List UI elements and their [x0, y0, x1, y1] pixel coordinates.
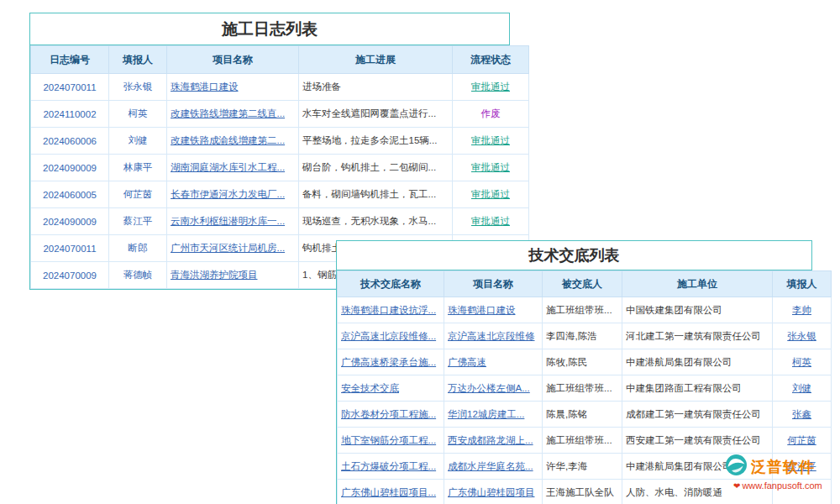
- table-cell: 蒋德帧: [109, 262, 167, 289]
- cell-filler[interactable]: 李帅: [792, 305, 811, 315]
- table-cell: 张鑫: [773, 402, 832, 428]
- cell-name[interactable]: 防水卷材分项工程施...: [341, 409, 436, 419]
- cell-unit: 成都建工第一建筑有限责任公司: [626, 409, 761, 419]
- cell-briefed: 李四海,陈浩: [546, 331, 597, 341]
- table-cell: 万达办公楼左侧A...: [444, 375, 543, 402]
- cell-status[interactable]: 审批通过: [471, 81, 510, 92]
- cell-project[interactable]: 珠海鹤港口建设: [448, 305, 516, 315]
- cell-name[interactable]: 广佛高速桥梁承台施...: [341, 357, 436, 367]
- table-cell: 京沪高速北京段维修: [444, 323, 543, 349]
- cell-project[interactable]: 珠海鹤港口建设: [171, 81, 239, 92]
- cell-name[interactable]: 京沪高速北京段维修...: [341, 331, 436, 341]
- table-cell: 2024060006: [31, 128, 109, 155]
- cell-briefed: 许华,李海: [546, 461, 587, 471]
- cell-unit: 河北建工第一建筑有限责任公司: [626, 331, 761, 341]
- cell-project[interactable]: 京沪高速北京段维修: [448, 331, 535, 341]
- column-header-progress: 施工进展: [299, 46, 453, 74]
- cell-progress: 砌台阶，钩机排土，二包砌间...: [302, 162, 436, 172]
- table-cell: 2024090009: [31, 208, 109, 235]
- cell-id: 2024090009: [43, 163, 97, 173]
- cell-filler[interactable]: 张鑫: [792, 409, 811, 419]
- table-row: 京沪高速北京段维修...京沪高速北京段维修李四海,陈浩河北建工第一建筑有限责任公…: [338, 323, 832, 349]
- cell-project[interactable]: 广州市天河区统计局机房...: [171, 243, 285, 253]
- table-cell: 何芷茵: [109, 181, 167, 208]
- table-cell: 2024090009: [31, 155, 109, 181]
- cell-project[interactable]: 改建铁路线增建第二线直...: [171, 108, 285, 118]
- table-cell: 长春市伊通河水力发电厂...: [167, 181, 299, 208]
- cell-project[interactable]: 青海洪湖养护院项目: [171, 270, 258, 280]
- table-row: 广佛高速桥梁承台施...广佛高速陈牧,陈民中建港航局集团有限公司柯英: [338, 349, 832, 375]
- fanpu-logo: 泛普软件 ❤ www.fanpusoft.com: [725, 454, 836, 491]
- table-cell: 砌台阶，钩机排土，二包砌间...: [299, 155, 453, 181]
- table-cell: 施工班组带班...: [543, 297, 622, 323]
- cell-reporter: 张永银: [123, 81, 153, 92]
- table-cell: 陈晨,陈铭: [543, 402, 622, 428]
- table-cell: 中建集团路面工程有限公司: [622, 375, 773, 402]
- cell-project[interactable]: 华润12城房建工...: [448, 409, 524, 419]
- cell-name[interactable]: 广东佛山碧桂园项目...: [341, 487, 436, 497]
- cell-project[interactable]: 湖南洞庭湖水库引水工程...: [171, 162, 285, 172]
- cell-project[interactable]: 长春市伊通河水力发电厂...: [171, 189, 285, 199]
- table-cell: 改建铁路成渝线增建第二...: [167, 128, 299, 155]
- column-header-reporter: 填报人: [109, 46, 167, 74]
- cell-project[interactable]: 云南水利枢纽潜明水库一...: [171, 216, 285, 226]
- cell-progress: 进场准备: [302, 81, 341, 92]
- table-cell: 施工班组带班...: [543, 375, 622, 402]
- cell-reporter: 断郎: [129, 243, 148, 253]
- cell-id: 2024060006: [43, 136, 97, 146]
- table-cell: 珠海鹤港口建设: [444, 297, 543, 323]
- cell-status[interactable]: 审批通过: [471, 135, 510, 145]
- cell-name[interactable]: 地下室钢筋分项工程...: [341, 435, 436, 445]
- cell-project[interactable]: 改建铁路成渝线增建第二...: [171, 135, 285, 145]
- fanpu-logo-top: 泛普软件: [725, 454, 836, 480]
- table-cell: 林康平: [109, 155, 167, 181]
- cell-filler[interactable]: 刘健: [792, 383, 811, 393]
- cell-briefed: 王海施工队全队: [546, 487, 614, 497]
- cell-unit: 中建港航局集团有限公司: [626, 357, 732, 367]
- table-cell: 中国铁建集团有限公司: [622, 297, 773, 323]
- cell-project[interactable]: 广东佛山碧桂园项目: [448, 487, 535, 497]
- column-header-project: 项目名称: [167, 46, 299, 74]
- cell-briefed: 陈牧,陈民: [546, 357, 587, 367]
- table-cell: 备料，砌间墙钩机排土，瓦工...: [299, 181, 453, 208]
- cell-filler[interactable]: 柯英: [792, 357, 811, 367]
- cell-reporter: 何芷茵: [123, 189, 153, 199]
- cell-unit: 中国铁建集团有限公司: [626, 305, 722, 315]
- cell-status[interactable]: 审批通过: [471, 189, 510, 199]
- cell-status[interactable]: 作废: [481, 108, 501, 118]
- cell-project[interactable]: 万达办公楼左侧A...: [448, 383, 530, 393]
- cell-project[interactable]: 广佛高速: [448, 357, 486, 367]
- cell-status[interactable]: 审批通过: [471, 216, 510, 226]
- table-row: 2024070011张永银珠海鹤港口建设进场准备审批通过: [31, 74, 529, 101]
- cell-project[interactable]: 西安成都路龙湖上...: [448, 435, 533, 445]
- cell-filler[interactable]: 何芷茵: [787, 435, 816, 445]
- column-header-name: 技术交底名称: [338, 271, 444, 297]
- header-row: 日志编号填报人项目名称施工进展流程状态: [31, 46, 529, 74]
- table-cell: 安全技术交底: [338, 375, 444, 402]
- logo-url-row[interactable]: ❤ www.fanpusoft.com: [725, 480, 836, 491]
- logo-url[interactable]: www.fanpusoft.com: [742, 480, 822, 491]
- table-cell: 京沪高速北京段维修...: [338, 323, 444, 349]
- table-cell: 张永银: [773, 323, 832, 349]
- cell-filler[interactable]: 张永银: [787, 331, 816, 341]
- cell-progress: 现场巡查，无积水现象，水马...: [302, 216, 436, 226]
- cell-project[interactable]: 成都水岸华庭名苑...: [448, 461, 533, 471]
- table-row: 2024090009蔡江平云南水利枢纽潜明水库一...现场巡查，无积水现象，水马…: [31, 208, 529, 235]
- table-cell: 2024070011: [31, 235, 109, 262]
- cell-name[interactable]: 安全技术交底: [341, 383, 399, 393]
- table-cell: 广东佛山碧桂园项目: [444, 480, 543, 504]
- table-cell: 陈牧,陈民: [543, 349, 622, 375]
- cell-name[interactable]: 土石方爆破分项工程...: [341, 461, 436, 471]
- cell-name[interactable]: 珠海鹤港口建设抗浮...: [341, 305, 436, 315]
- table-cell: 刘健: [773, 375, 832, 402]
- table-row: 2024060006刘健改建铁路成渝线增建第二...平整场地，拉走多余泥土15辆…: [31, 128, 529, 155]
- table-cell: 施工班组带班...: [543, 428, 622, 454]
- column-header-id: 日志编号: [31, 46, 109, 74]
- table-cell: 2024110002: [31, 101, 109, 128]
- cell-unit: 中建集团路面工程有限公司: [626, 383, 742, 393]
- cell-status[interactable]: 审批通过: [471, 162, 510, 172]
- cell-reporter: 柯英: [129, 108, 148, 118]
- table-cell: 断郎: [109, 235, 167, 262]
- column-header-unit: 施工单位: [622, 271, 773, 297]
- table-cell: 现场巡查，无积水现象，水马...: [299, 208, 453, 235]
